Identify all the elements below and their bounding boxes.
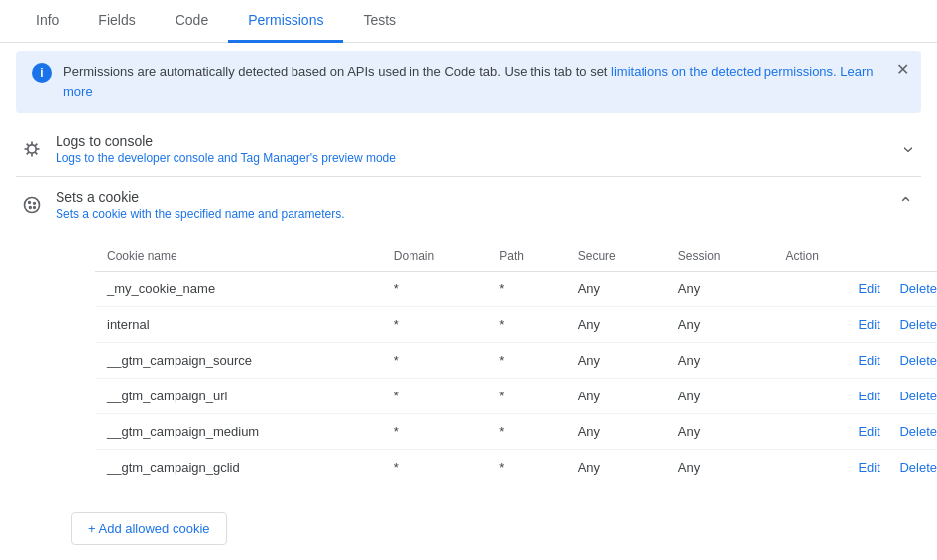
svg-point-13 <box>34 207 36 209</box>
cell-secure: Any <box>566 343 666 379</box>
cell-path: * <box>487 414 565 450</box>
th-secure: Secure <box>566 241 666 272</box>
cell-secure: Any <box>566 450 666 486</box>
svg-point-11 <box>34 203 36 205</box>
logs-desc: Logs to the developer console and Tag Ma… <box>56 151 898 165</box>
th-path: Path <box>487 241 565 272</box>
cell-secure: Any <box>566 414 666 450</box>
th-domain: Domain <box>382 241 488 272</box>
svg-line-5 <box>27 144 29 146</box>
cell-domain: * <box>382 272 488 307</box>
edit-link[interactable]: Edit <box>858 389 879 403</box>
cell-action: Edit Delete <box>774 343 937 379</box>
th-session: Session <box>666 241 774 272</box>
cell-secure: Any <box>566 307 666 343</box>
cell-session: Any <box>666 307 774 343</box>
tab-permissions[interactable]: Permissions <box>228 0 343 43</box>
table-row: __gtm_campaign_source * * Any Any Edit D… <box>95 343 937 379</box>
cell-path: * <box>487 379 565 414</box>
cell-domain: * <box>382 343 488 379</box>
cell-path: * <box>487 450 565 486</box>
cell-name: __gtm_campaign_gclid <box>95 450 382 486</box>
logs-section-header[interactable]: Logs to console Logs to the developer co… <box>16 121 921 176</box>
svg-point-12 <box>30 207 32 209</box>
edit-link[interactable]: Edit <box>858 281 879 296</box>
edit-link[interactable]: Edit <box>858 353 879 368</box>
delete-link[interactable]: Delete <box>899 460 937 475</box>
delete-link[interactable]: Delete <box>899 389 937 403</box>
tab-fields[interactable]: Fields <box>78 0 155 43</box>
cookie-table: Cookie name Domain Path Secure Session A… <box>95 241 937 485</box>
logs-title: Logs to console <box>56 133 898 149</box>
cell-path: * <box>487 307 565 343</box>
tab-bar: Info Fields Code Permissions Tests <box>0 0 937 43</box>
table-row: internal * * Any Any Edit Delete <box>95 307 937 343</box>
cell-session: Any <box>666 414 774 450</box>
cell-action: Edit Delete <box>774 272 937 307</box>
delete-link[interactable]: Delete <box>899 317 937 332</box>
cell-session: Any <box>666 379 774 414</box>
table-row: __gtm_campaign_url * * Any Any Edit Dele… <box>95 379 937 414</box>
cell-session: Any <box>666 343 774 379</box>
cell-name: __gtm_campaign_source <box>95 343 382 379</box>
cookie-table-wrapper: Cookie name Domain Path Secure Session A… <box>16 241 921 485</box>
table-row: __gtm_campaign_medium * * Any Any Edit D… <box>95 414 937 450</box>
tab-info[interactable]: Info <box>16 0 78 43</box>
delete-link[interactable]: Delete <box>899 353 937 368</box>
cell-name: __gtm_campaign_url <box>95 379 382 414</box>
delete-link[interactable]: Delete <box>899 424 937 439</box>
cell-path: * <box>487 272 565 307</box>
edit-link[interactable]: Edit <box>858 424 879 439</box>
cell-action: Edit Delete <box>774 307 937 343</box>
logs-section-info: Logs to console Logs to the developer co… <box>48 133 898 165</box>
cell-secure: Any <box>566 379 666 414</box>
tab-code[interactable]: Code <box>156 0 228 43</box>
svg-line-6 <box>35 152 37 154</box>
cookie-section-header[interactable]: Sets a cookie Sets a cookie with the spe… <box>16 177 921 233</box>
svg-point-9 <box>25 198 40 213</box>
tab-tests[interactable]: Tests <box>343 0 415 43</box>
cell-domain: * <box>382 414 488 450</box>
cell-action: Edit Delete <box>774 450 937 486</box>
cell-domain: * <box>382 379 488 414</box>
banner-text: Permissions are automatically detected b… <box>63 62 905 101</box>
cell-secure: Any <box>566 272 666 307</box>
th-cookie-name: Cookie name <box>95 241 382 272</box>
close-button[interactable]: ✕ <box>896 62 909 78</box>
cell-name: _my_cookie_name <box>95 272 382 307</box>
cell-action: Edit Delete <box>774 379 937 414</box>
logs-section: Logs to console Logs to the developer co… <box>16 121 921 177</box>
cookie-desc: Sets a cookie with the specified name an… <box>56 207 890 221</box>
cell-name: __gtm_campaign_medium <box>95 414 382 450</box>
edit-link[interactable]: Edit <box>858 317 879 332</box>
table-row: __gtm_campaign_gclid * * Any Any Edit De… <box>95 450 937 486</box>
cell-action: Edit Delete <box>774 414 937 450</box>
th-action: Action <box>774 241 937 272</box>
table-row: _my_cookie_name * * Any Any Edit Delete <box>95 272 937 307</box>
limitations-link[interactable]: limitations on the detected permissions. <box>611 64 837 79</box>
cookie-icon <box>16 189 48 221</box>
cell-domain: * <box>382 307 488 343</box>
svg-point-10 <box>29 202 31 204</box>
cell-name: internal <box>95 307 382 343</box>
cookie-toggle-icon: ⌃ <box>890 193 921 215</box>
info-banner: i Permissions are automatically detected… <box>16 51 921 113</box>
cookie-section-info: Sets a cookie Sets a cookie with the spe… <box>48 189 890 221</box>
bug-icon <box>16 133 48 165</box>
cookie-title: Sets a cookie <box>56 189 890 205</box>
svg-line-7 <box>27 152 29 154</box>
cell-domain: * <box>382 450 488 486</box>
info-icon: i <box>32 63 52 83</box>
cell-path: * <box>487 343 565 379</box>
cell-session: Any <box>666 272 774 307</box>
delete-link[interactable]: Delete <box>899 281 937 296</box>
add-cookie-button[interactable]: + Add allowed cookie <box>71 512 227 545</box>
edit-link[interactable]: Edit <box>858 460 879 475</box>
cookie-section: Sets a cookie Sets a cookie with the spe… <box>16 177 921 560</box>
cell-session: Any <box>666 450 774 486</box>
logs-toggle-icon: › <box>898 138 921 161</box>
svg-line-8 <box>35 144 37 146</box>
